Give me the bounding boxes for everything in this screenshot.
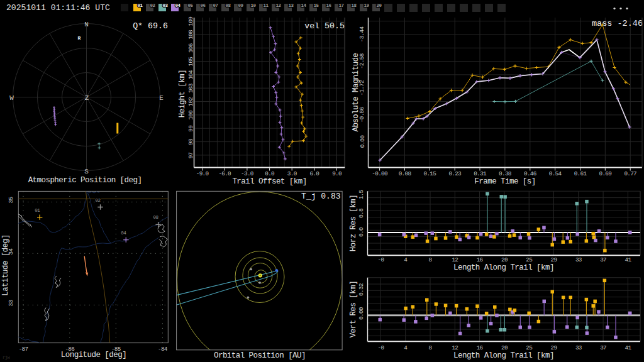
svg-text:0.23: 0.23: [448, 170, 461, 177]
svg-text:98: 98: [187, 139, 194, 145]
svg-text:0.46: 0.46: [524, 170, 536, 177]
svg-text:41: 41: [625, 256, 631, 263]
svg-text:Length Along Trail [km]: Length Along Trail [km]: [453, 351, 554, 360]
svg-text:25: 25: [526, 256, 532, 263]
svg-text:25: 25: [526, 344, 532, 351]
svg-text:Orbital Position [AU]: Orbital Position [AU]: [214, 351, 306, 360]
svg-text:0.77: 0.77: [624, 170, 636, 177]
svg-text:Trail Offset [km]: Trail Offset [km]: [232, 177, 306, 186]
svg-text:3.0: 3.0: [287, 170, 297, 177]
svg-text:02: 02: [150, 3, 155, 8]
svg-text:06: 06: [200, 3, 206, 8]
svg-text:08: 08: [153, 215, 158, 220]
svg-text:41: 41: [625, 344, 631, 351]
svg-text:T_j 0.83: T_j 0.83: [301, 192, 340, 201]
svg-text:20: 20: [376, 3, 382, 8]
svg-text:20: 20: [501, 256, 508, 263]
svg-text:19: 19: [364, 3, 369, 8]
svg-text:16: 16: [326, 3, 331, 8]
svg-text:0.69: 0.69: [599, 170, 611, 177]
svg-text:08: 08: [225, 3, 231, 8]
svg-text:-3.44: -3.44: [359, 26, 366, 43]
svg-text:16: 16: [477, 256, 483, 263]
svg-text:37: 37: [600, 256, 606, 263]
svg-text:0.00: 0.00: [358, 307, 365, 320]
svg-text:W: W: [9, 94, 14, 102]
svg-text:Horz Res [km]: Horz Res [km]: [349, 195, 358, 251]
svg-text:33: 33: [575, 344, 582, 351]
svg-text:0.38: 0.38: [499, 170, 511, 177]
svg-text:12: 12: [275, 3, 281, 8]
svg-text:01: 01: [35, 208, 40, 213]
svg-text:33: 33: [8, 300, 14, 307]
svg-text:-3.0: -3.0: [241, 170, 253, 177]
svg-text:106: 106: [187, 43, 194, 53]
svg-text:0.31: 0.31: [474, 170, 487, 177]
svg-text:105: 105: [187, 57, 194, 67]
svg-text:104: 104: [187, 70, 194, 80]
svg-text:-0: -0: [377, 256, 384, 263]
svg-text:9.0: 9.0: [332, 170, 341, 177]
svg-text:R: R: [78, 35, 81, 41]
svg-text:-87: -87: [19, 346, 28, 353]
svg-text:0.54: 0.54: [549, 170, 562, 177]
svg-text:109: 109: [187, 17, 194, 26]
svg-text:-6.0: -6.0: [218, 170, 231, 177]
svg-text:0.0: 0.0: [358, 228, 365, 237]
svg-text:12: 12: [452, 256, 458, 263]
svg-text:15: 15: [313, 3, 319, 8]
svg-text:09: 09: [238, 3, 243, 8]
svg-text:05: 05: [187, 3, 193, 8]
svg-text:11: 11: [263, 3, 269, 8]
svg-text:33: 33: [575, 256, 582, 263]
svg-text:99: 99: [187, 126, 194, 132]
svg-text:Absolute Magnitude: Absolute Magnitude: [352, 53, 360, 131]
svg-text:-0: -0: [377, 344, 384, 351]
svg-text:07: 07: [213, 3, 218, 8]
svg-text:108: 108: [187, 30, 194, 40]
svg-text:13: 13: [288, 3, 294, 8]
svg-text:Latitude [deg]: Latitude [deg]: [1, 234, 10, 295]
svg-text:-84: -84: [158, 346, 168, 353]
svg-text:vel 50.5: vel 50.5: [304, 21, 345, 31]
svg-text:04: 04: [175, 3, 180, 8]
svg-text:12: 12: [452, 344, 458, 351]
svg-text:Length Along Trail [km]: Length Along Trail [km]: [453, 263, 554, 272]
svg-text:01: 01: [137, 3, 143, 8]
svg-text:6.0: 6.0: [310, 170, 319, 177]
svg-text:29: 29: [551, 344, 557, 351]
svg-text:20: 20: [501, 344, 508, 351]
svg-text:mass -2.46: mass -2.46: [592, 19, 643, 28]
svg-text:Frame Time [s]: Frame Time [s]: [474, 177, 535, 186]
svg-text:37: 37: [600, 344, 606, 351]
svg-text:8: 8: [429, 256, 432, 263]
svg-text:29: 29: [551, 256, 557, 263]
svg-text:35: 35: [8, 197, 14, 204]
svg-text:16: 16: [477, 344, 483, 351]
svg-text:0.61: 0.61: [574, 170, 587, 177]
svg-text:0.0: 0.0: [265, 170, 274, 177]
svg-text:10: 10: [250, 3, 256, 8]
svg-text:14: 14: [301, 3, 306, 8]
svg-text:02: 02: [95, 198, 100, 203]
svg-text:103: 103: [187, 84, 194, 93]
svg-text:0.08: 0.08: [399, 170, 411, 177]
svg-text:20251011 01:11:46 UTC: 20251011 01:11:46 UTC: [6, 3, 110, 13]
svg-text:rjw: rjw: [3, 355, 10, 360]
svg-text:1.5: 1.5: [358, 190, 365, 200]
svg-text:17: 17: [338, 3, 343, 8]
svg-text:0.15: 0.15: [423, 170, 436, 177]
svg-text:N: N: [84, 21, 89, 28]
svg-text:Vert Res [km]: Vert Res [km]: [349, 281, 358, 337]
svg-text:97: 97: [187, 152, 194, 158]
svg-text:Z: Z: [85, 94, 89, 102]
svg-text:-0.00: -0.00: [372, 170, 387, 177]
svg-text:-9.0: -9.0: [196, 170, 209, 177]
svg-text:102: 102: [187, 97, 194, 107]
svg-text:Height [km]: Height [km]: [178, 70, 187, 118]
svg-text:0.00: 0.00: [359, 136, 366, 148]
svg-text:04: 04: [121, 231, 126, 236]
svg-text:Q* 69.6: Q* 69.6: [133, 21, 168, 31]
svg-text:S: S: [84, 168, 89, 175]
svg-text:8: 8: [429, 344, 432, 351]
